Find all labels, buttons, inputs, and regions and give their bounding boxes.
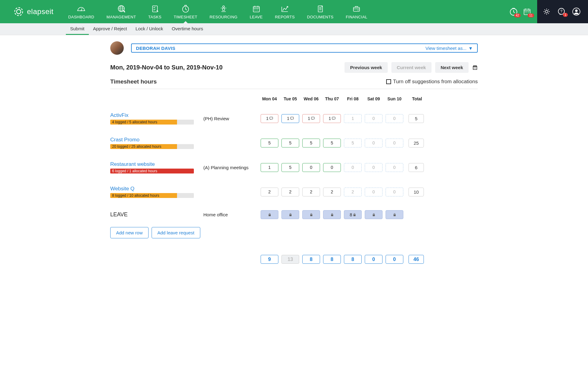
suggestion-toggle[interactable]: Turn off suggestions from allocations <box>386 79 478 85</box>
project-link[interactable]: Crast Promo <box>110 137 202 143</box>
nav-documents[interactable]: DOCUMENTS <box>301 0 340 23</box>
hour-cell[interactable]: 1 <box>261 163 278 172</box>
hour-cell[interactable]: 1 <box>344 114 362 123</box>
add-row-button[interactable]: Add new row <box>110 227 149 238</box>
hour-cell[interactable]: 0 <box>302 163 320 172</box>
svg-rect-29 <box>476 68 476 69</box>
hour-value: 1 <box>329 116 331 121</box>
hour-cell[interactable]: 5 <box>261 139 278 147</box>
subnav-overtime-hours[interactable]: Overtime hours <box>168 23 208 35</box>
view-as-dropdown[interactable]: View timesheet as... ▼ <box>425 46 473 51</box>
hour-cell[interactable]: 1 <box>281 114 299 123</box>
hour-value: 2 <box>310 189 312 194</box>
next-week-button[interactable]: Next week <box>435 62 469 73</box>
hour-cell[interactable]: 5 <box>281 163 299 172</box>
day-total: 0 <box>365 255 383 264</box>
profile-icon[interactable] <box>572 7 581 16</box>
hour-cell[interactable]: 2 <box>344 188 362 196</box>
add-leave-button[interactable]: Add leave request <box>152 227 200 238</box>
hour-value: 0 <box>372 165 375 170</box>
allocation-bar: 8 logged / 10 allocated hours <box>110 193 194 198</box>
hour-cell[interactable]: 0 <box>386 114 403 123</box>
timesheet-row: Restaurant website6 logged / 1 allocated… <box>110 155 478 180</box>
hour-cell[interactable]: 0 <box>386 139 403 147</box>
section-header: Timesheet hours Turn off suggestions fro… <box>110 78 478 89</box>
hour-cell[interactable]: 2 <box>323 188 341 196</box>
subnav-submit[interactable]: Submit <box>66 23 89 35</box>
svg-rect-26 <box>476 67 476 68</box>
subnav-approve-reject[interactable]: Approve / Reject <box>89 23 131 35</box>
avatar[interactable] <box>110 41 124 55</box>
hour-cell[interactable]: 5 <box>302 139 320 147</box>
user-name: DEBORAH DAVIS <box>136 46 175 51</box>
hour-value: 2 <box>289 189 292 194</box>
svg-rect-5 <box>153 6 157 12</box>
row-total: 5 <box>409 114 424 123</box>
hour-value: 5 <box>352 140 354 145</box>
project-link[interactable]: Website Q <box>110 186 202 192</box>
hour-cell[interactable]: 0 <box>365 114 383 123</box>
hour-cell[interactable]: 2 <box>261 188 278 196</box>
hour-cell[interactable]: 0 <box>344 163 362 172</box>
current-week-button[interactable]: Current week <box>391 62 432 73</box>
timesheet-row: Website Q8 logged / 10 allocated hours22… <box>110 180 478 204</box>
nav-management[interactable]: MANAGEMENT <box>100 0 142 23</box>
nav-label: FINANCIAL <box>346 15 368 19</box>
nav-dashboard[interactable]: DASHBOARD <box>62 0 100 23</box>
hour-value: 1 <box>308 116 310 121</box>
timer-icon[interactable]: 42 <box>509 7 518 16</box>
nav-label: TIMESHEET <box>174 15 197 19</box>
hour-cell[interactable]: 1 <box>323 114 341 123</box>
content: DEBORAH DAVIS View timesheet as... ▼ Mon… <box>110 35 478 276</box>
hour-cell[interactable]: 0 <box>386 163 403 172</box>
nav-label: DASHBOARD <box>68 15 94 19</box>
svg-text:?: ? <box>560 9 563 13</box>
user-bar: DEBORAH DAVIS View timesheet as... ▼ <box>131 43 478 53</box>
hour-cell[interactable]: 1 <box>261 114 278 123</box>
timesheet-row: Crast Promo20 logged / 25 allocated hour… <box>110 131 478 155</box>
svg-rect-28 <box>475 68 475 69</box>
hour-cell[interactable]: 5 <box>323 139 341 147</box>
hour-cell[interactable]: 2 <box>302 188 320 196</box>
hour-value: 5 <box>268 140 271 145</box>
nav-label: REPORTS <box>275 15 295 19</box>
subnav-lock-unlock[interactable]: Lock / Unlock <box>131 23 168 35</box>
nav-tasks[interactable]: TASKS <box>142 0 168 23</box>
nav-reports[interactable]: REPORTS <box>269 0 301 23</box>
calendar-icon[interactable] <box>472 65 478 70</box>
week-row: Mon, 2019-Nov-04 to Sun, 2019-Nov-10 Pre… <box>110 62 478 73</box>
topbar: elapseit DASHBOARDMANAGEMENTTASKSTIMESHE… <box>0 0 588 23</box>
chevron-down-icon: ▼ <box>468 46 473 51</box>
svg-rect-9 <box>253 6 259 12</box>
hour-value: 0 <box>393 116 396 121</box>
hour-cell[interactable]: 5 <box>281 139 299 147</box>
nav-resourcing[interactable]: RESOURCING <box>203 0 243 23</box>
main-nav: DASHBOARDMANAGEMENTTASKSTIMESHEETRESOURC… <box>62 0 503 23</box>
hour-cell[interactable]: 0 <box>386 188 403 196</box>
leave-cell <box>281 210 299 219</box>
svg-rect-40 <box>394 214 396 216</box>
help-chat-icon[interactable]: ? 1 <box>557 8 565 16</box>
hour-cell[interactable]: 1 <box>302 114 320 123</box>
comment-icon <box>290 117 294 120</box>
previous-week-button[interactable]: Previous week <box>345 62 387 73</box>
hour-cell[interactable]: 2 <box>281 188 299 196</box>
hour-cell[interactable]: 0 <box>323 163 341 172</box>
svg-point-1 <box>17 9 21 14</box>
leave-cell <box>365 210 383 219</box>
logo[interactable]: elapseit <box>0 0 62 23</box>
hour-cell[interactable]: 0 <box>365 188 383 196</box>
calendar-notif-icon[interactable]: 11 <box>522 7 532 16</box>
hour-value: 1 <box>268 165 271 170</box>
hour-cell[interactable]: 0 <box>365 139 383 147</box>
hour-cell[interactable]: 0 <box>365 163 383 172</box>
hour-cell[interactable]: 5 <box>344 139 362 147</box>
day-header: Mon 04 <box>262 96 277 101</box>
nav-financial[interactable]: FINANCIAL <box>340 0 374 23</box>
nav-timesheet[interactable]: TIMESHEET <box>168 0 203 23</box>
nav-leave[interactable]: LEAVE <box>243 0 269 23</box>
right-block: ? 1 <box>537 0 588 23</box>
project-link[interactable]: Restaurant website <box>110 161 202 167</box>
gear-icon[interactable] <box>543 8 551 16</box>
project-link[interactable]: ActivFix <box>110 112 202 118</box>
